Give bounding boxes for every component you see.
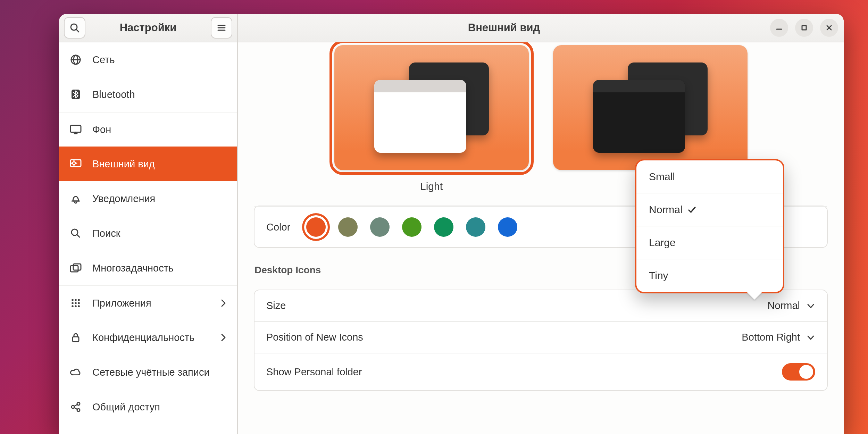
- popover-item[interactable]: Normal: [636, 193, 783, 226]
- sidebar-item-background[interactable]: Фон: [59, 112, 237, 147]
- titlebar: Настройки Внешний вид: [59, 14, 844, 42]
- row-label: Size: [266, 300, 286, 311]
- svg-point-31: [78, 305, 80, 307]
- svg-line-20: [77, 235, 80, 237]
- mock-window-front: [593, 80, 685, 153]
- style-option-light[interactable]: [334, 45, 529, 170]
- row-label: Position of New Icons: [266, 332, 363, 343]
- color-swatch[interactable]: [402, 217, 422, 237]
- sidebar-title: Настройки: [90, 22, 207, 34]
- color-swatch[interactable]: [466, 217, 485, 237]
- globe-icon: [69, 53, 82, 66]
- lock-icon: [69, 331, 82, 344]
- row-size[interactable]: Size Normal: [254, 290, 827, 321]
- sidebar-item-network[interactable]: Сеть: [59, 42, 237, 77]
- cloud-icon: [69, 366, 82, 378]
- color-swatch[interactable]: [498, 217, 517, 237]
- sidebar-item-multitasking[interactable]: Многозадачность: [59, 251, 237, 285]
- popover-item-label: Normal: [649, 204, 683, 216]
- hamburger-button[interactable]: [211, 17, 232, 39]
- titlebar-right: Внешний вид: [238, 14, 844, 42]
- color-swatch[interactable]: [338, 217, 358, 237]
- apps-icon: [69, 297, 82, 309]
- sidebar-item-appearance[interactable]: Внешний вид: [59, 147, 237, 181]
- check-icon: [687, 205, 696, 214]
- settings-window: Настройки Внешний вид: [59, 14, 844, 434]
- style-option-label: Light: [420, 181, 443, 192]
- sidebar-item-sharing[interactable]: Общий доступ: [59, 390, 237, 424]
- sidebar-item-label: Конфиденциальность: [92, 332, 194, 343]
- svg-rect-13: [70, 125, 81, 132]
- svg-rect-22: [73, 264, 81, 270]
- sidebar-item-label: Bluetooth: [92, 89, 135, 100]
- svg-point-27: [75, 302, 77, 304]
- svg-rect-21: [70, 266, 78, 272]
- popover-item[interactable]: Tiny: [636, 259, 783, 292]
- page-title: Внешний вид: [238, 22, 770, 34]
- style-option-dark[interactable]: [553, 45, 748, 170]
- color-swatch[interactable]: [434, 217, 453, 237]
- svg-rect-32: [73, 337, 79, 342]
- sidebar-item-label: Приложения: [92, 298, 151, 309]
- sidebar-item-label: Фон: [92, 124, 111, 135]
- sidebar-item-privacy[interactable]: Конфиденциальность: [59, 320, 237, 355]
- row-personal-folder: Show Personal folder: [254, 353, 827, 390]
- row-value: Normal: [768, 300, 800, 311]
- bluetooth-icon: [69, 88, 82, 101]
- search-icon: [69, 22, 80, 33]
- size-popover: SmallNormalLargeTiny: [635, 159, 784, 293]
- search-icon: [69, 227, 82, 240]
- popover-item-label: Small: [649, 171, 675, 183]
- multitasking-icon: [69, 262, 82, 274]
- row-value: Bottom Right: [742, 332, 800, 343]
- sidebar-item-label: Поиск: [92, 228, 120, 239]
- mock-window-front: [374, 80, 466, 153]
- sidebar-item-label: Многозадачность: [92, 262, 174, 274]
- svg-line-36: [74, 404, 77, 406]
- color-swatches: [306, 217, 517, 237]
- sidebar-item-notifications[interactable]: Уведомления: [59, 181, 237, 216]
- minimize-button[interactable]: [770, 19, 788, 37]
- chevron-right-icon: [220, 333, 227, 342]
- svg-point-25: [78, 299, 80, 301]
- sidebar-item-label: Сетевые учётные записи: [92, 367, 210, 378]
- minimize-icon: [775, 24, 783, 32]
- background-icon: [69, 123, 82, 136]
- svg-line-37: [74, 408, 77, 409]
- popover-item[interactable]: Small: [636, 160, 783, 193]
- svg-line-1: [76, 30, 79, 32]
- window-controls: [770, 19, 838, 37]
- close-button[interactable]: [820, 19, 838, 37]
- sidebar-item-label: Уведомления: [92, 193, 155, 205]
- svg-rect-6: [802, 26, 806, 30]
- toggle-personal-folder[interactable]: [782, 363, 815, 381]
- chevron-down-icon: [806, 333, 815, 342]
- desktop-icons-panel: Size Normal Position of New Icons Bottom…: [254, 290, 828, 391]
- svg-point-28: [78, 302, 80, 304]
- color-swatch[interactable]: [370, 217, 390, 237]
- share-icon: [69, 401, 82, 413]
- popover-item-label: Large: [649, 237, 676, 249]
- popover-item[interactable]: Large: [636, 226, 783, 259]
- color-label: Color: [266, 222, 290, 233]
- sidebar-item-applications[interactable]: Приложения: [59, 285, 237, 320]
- appearance-icon: [69, 158, 82, 170]
- sidebar: Сеть Bluetooth Фон Внешний вид: [59, 42, 238, 434]
- row-position[interactable]: Position of New Icons Bottom Right: [254, 321, 827, 353]
- sidebar-item-online-accounts[interactable]: Сетевые учётные записи: [59, 355, 237, 390]
- chevron-right-icon: [220, 299, 227, 308]
- search-button[interactable]: [64, 17, 85, 39]
- maximize-icon: [800, 24, 808, 32]
- svg-point-29: [72, 305, 74, 307]
- svg-point-26: [72, 302, 74, 304]
- maximize-button[interactable]: [795, 19, 813, 37]
- sidebar-item-label: Общий доступ: [92, 401, 160, 413]
- sidebar-item-search[interactable]: Поиск: [59, 216, 237, 251]
- row-label: Show Personal folder: [266, 366, 362, 378]
- close-icon: [825, 24, 833, 32]
- bell-icon: [69, 192, 82, 205]
- sidebar-item-bluetooth[interactable]: Bluetooth: [59, 77, 237, 112]
- color-swatch[interactable]: [306, 217, 326, 237]
- hamburger-icon: [216, 23, 227, 33]
- sidebar-item-label: Внешний вид: [92, 158, 155, 170]
